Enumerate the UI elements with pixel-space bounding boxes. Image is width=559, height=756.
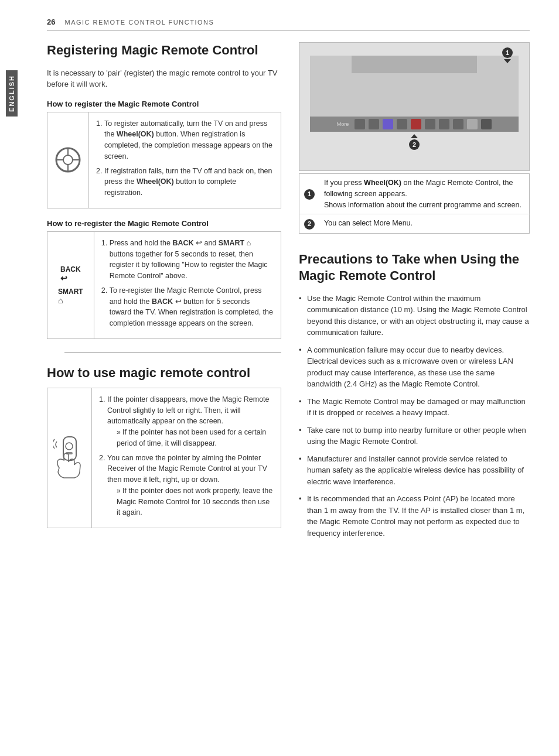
remote-hand-icon: [47, 388, 92, 528]
annotation-text-2: You can select More Menu.: [319, 214, 530, 234]
register-step-1: To register automatically, turn the TV o…: [104, 118, 274, 162]
subsection2-label: How to re-register the Magic Remote Cont…: [47, 219, 281, 228]
register-steps-content: To register automatically, turn the TV o…: [89, 112, 281, 208]
divider: [64, 352, 281, 353]
left-column: Registering Magic Remote Control It is n…: [47, 42, 281, 545]
use-step-1: If the pointer disappears, move the Magi…: [107, 394, 274, 449]
reregister-instruction-box: BACK ↩ SMART ⌂ Press and hold the BACK ↩…: [47, 231, 281, 339]
info-row-1: 1 If you press Wheel(OK) on the Magic Re…: [299, 174, 530, 214]
precautions-list: Use the Magic Remote Control within the …: [299, 293, 530, 539]
use-step-2: You can move the pointer by aiming the P…: [107, 453, 274, 519]
reregister-step-1: Press and hold the BACK ↩ and SMART ⌂ bu…: [110, 238, 274, 282]
smart-label: SMART ⌂: [58, 288, 83, 305]
page-number: 26: [47, 18, 55, 26]
svg-point-1: [63, 155, 73, 165]
two-column-layout: Registering Magic Remote Control It is n…: [47, 42, 530, 545]
precaution-1: Use the Magic Remote Control within the …: [299, 293, 530, 338]
annotation-num-2: 2: [299, 214, 320, 234]
precaution-6: It is recommended that an Access Point (…: [299, 493, 530, 539]
precaution-2: A communication failure may occur due to…: [299, 344, 530, 390]
tv-menubar: More: [310, 117, 519, 132]
use-step-2-sub: If the pointer does not work properly, l…: [107, 485, 274, 518]
precaution-5: Manufacturer and installer cannot provid…: [299, 453, 530, 488]
precaution-3: The Magic Remote Control may be damaged …: [299, 396, 530, 419]
register-instruction-box: To register automatically, turn the TV o…: [47, 112, 281, 208]
use-instruction-box: If the pointer disappears, move the Magi…: [47, 388, 281, 528]
svg-rect-6: [63, 437, 76, 460]
back-label: BACK ↩: [60, 265, 81, 283]
sidebar-english-label: ENGLISH: [6, 70, 18, 117]
remote-illustration: 1 More: [299, 42, 530, 171]
page-header-title: MAGIC REMOTE CONTROL FUNCTIONS: [64, 19, 214, 26]
use-step-1-sub: If the pointer has not been used for a c…: [107, 427, 274, 449]
precautions-title: Precautions to Take when Using the Magic…: [299, 251, 530, 285]
annotation-text-1: If you press Wheel(OK) on the Magic Remo…: [319, 174, 530, 214]
subsection1-label: How to register the Magic Remote Control: [47, 100, 281, 108]
use-steps-content: If the pointer disappears, move the Magi…: [92, 388, 281, 528]
precaution-4: Take care not to bump into nearby furnit…: [299, 425, 530, 447]
register-step-2: If registration fails, turn the TV off a…: [104, 166, 274, 199]
register-icon: [47, 112, 89, 208]
svg-point-7: [66, 443, 73, 450]
use-section-title: How to use magic remote control: [47, 365, 281, 381]
reregister-steps-content: Press and hold the BACK ↩ and SMART ⌂ bu…: [94, 232, 281, 338]
reregister-step-2: To re-register the Magic Remote Control,…: [110, 285, 274, 329]
right-column: 1 More: [299, 42, 530, 545]
page-header: 26 MAGIC REMOTE CONTROL FUNCTIONS: [47, 18, 530, 30]
back-smart-icon: BACK ↩ SMART ⌂: [47, 232, 94, 338]
annotation-num-1: 1: [299, 174, 320, 214]
register-section-title: Registering Magic Remote Control: [47, 42, 281, 59]
register-intro: It is necessary to 'pair' (register) the…: [47, 67, 281, 90]
info-row-2: 2 You can select More Menu.: [299, 214, 530, 234]
remote-info-table: 1 If you press Wheel(OK) on the Magic Re…: [299, 173, 530, 234]
page: ENGLISH 26 MAGIC REMOTE CONTROL FUNCTION…: [0, 0, 559, 756]
